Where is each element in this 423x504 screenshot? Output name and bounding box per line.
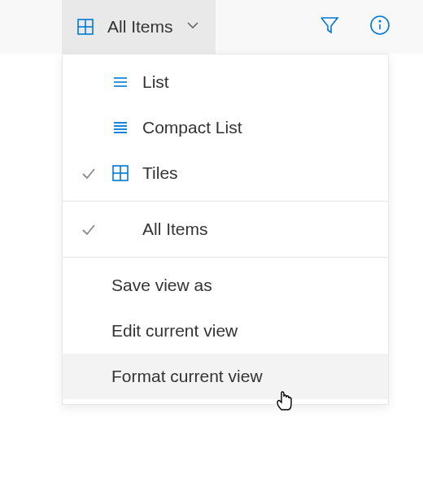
menu-item-label: Save view as [111, 276, 388, 295]
menu-item-list[interactable]: List [63, 59, 388, 105]
menu-item-all-items[interactable]: All Items [63, 206, 388, 252]
menu-item-save-view-as[interactable]: Save view as [63, 263, 388, 308]
svg-point-5 [379, 20, 381, 22]
info-icon [369, 15, 390, 39]
tiles-icon [76, 18, 96, 36]
compact-list-icon [111, 119, 131, 137]
menu-item-label: Format current view [111, 367, 388, 386]
toolbar: All Items [0, 0, 423, 54]
menu-item-format-view[interactable]: Format current view [63, 354, 388, 399]
menu-item-tiles[interactable]: Tiles [63, 150, 388, 196]
info-button[interactable] [369, 15, 390, 39]
view-selector-label: All Items [107, 17, 173, 37]
tiles-icon [111, 164, 131, 182]
menu-item-label: Compact List [142, 118, 388, 137]
view-dropdown: List Compact List [62, 54, 389, 405]
list-icon [111, 73, 131, 91]
check-icon [81, 165, 100, 181]
chevron-down-icon [185, 17, 201, 37]
menu-item-compact-list[interactable]: Compact List [63, 105, 388, 150]
view-selector[interactable]: All Items [62, 0, 216, 54]
menu-item-label: Tiles [142, 163, 388, 183]
menu-item-edit-view[interactable]: Edit current view [63, 308, 388, 354]
menu-item-label: List [142, 72, 388, 92]
filter-icon [319, 15, 340, 39]
menu-item-label: Edit current view [111, 321, 388, 341]
toolbar-right [319, 0, 423, 54]
menu-item-label: All Items [142, 219, 388, 239]
check-icon [81, 221, 100, 237]
filter-button[interactable] [319, 15, 340, 39]
